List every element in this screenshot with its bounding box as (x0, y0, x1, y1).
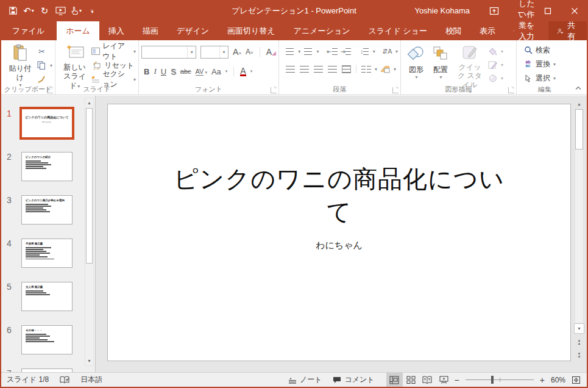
start-slideshow-button[interactable] (54, 4, 67, 18)
decrease-indent-button[interactable]: ⇤ (326, 46, 338, 57)
shape-effects-button[interactable]: ▾ (487, 73, 503, 84)
copy-button[interactable]: ▾ (37, 60, 52, 71)
bold-button[interactable]: B (144, 67, 149, 76)
normal-view-button[interactable] (386, 373, 403, 387)
next-slide-button[interactable]: ▼▼ (575, 351, 584, 361)
distribute-text-button[interactable] (340, 63, 352, 74)
touch-mouse-mode-button[interactable]: ▾ (69, 4, 83, 18)
cut-button[interactable]: ✂ (37, 46, 52, 57)
tab-animations[interactable]: アニメーション (285, 21, 360, 40)
thumbnail-scrollbar-thumb[interactable] (86, 108, 93, 264)
close-button[interactable] (561, 0, 588, 21)
convert-smartart-button[interactable] (379, 63, 391, 74)
slideshow-view-button[interactable] (436, 373, 452, 387)
tab-file[interactable]: ファイル (0, 21, 57, 40)
character-spacing-button[interactable]: AV▾ (196, 68, 207, 76)
format-painter-button[interactable] (37, 74, 52, 85)
thumbnail-scrollbar[interactable]: ▲ ▼ (85, 98, 94, 366)
slide-sorter-view-button[interactable] (403, 373, 419, 387)
zoom-level[interactable]: 60% (547, 373, 569, 387)
editor-scrollbar-thumb[interactable] (575, 109, 583, 149)
undo-button[interactable]: ↶▾ (22, 4, 35, 18)
tab-review[interactable]: 校閲 (436, 21, 470, 40)
strikethrough-button[interactable]: abc (180, 68, 191, 75)
replace-button[interactable]: abac 置換 ▾ (523, 59, 570, 70)
proofing-button[interactable] (54, 373, 75, 387)
slide-thumbnail-preview[interactable]: 大人用 商品案 (21, 282, 73, 311)
save-button[interactable] (6, 4, 19, 18)
font-name-combobox[interactable]: ▾ (141, 46, 196, 59)
drawing-dialog-launcher[interactable] (508, 87, 514, 93)
comments-button[interactable]: コメント (327, 373, 380, 387)
undo-dropdown-icon[interactable]: ▾ (32, 8, 34, 13)
find-button[interactable]: 検索 (523, 45, 570, 56)
slide-thumbnail-2[interactable]: 2ピンクのワニの紹介 (1, 152, 95, 181)
zoom-in-button[interactable]: + (537, 375, 547, 385)
underline-button[interactable]: U (161, 67, 166, 76)
shrink-font-button[interactable]: A˅ (246, 48, 253, 56)
align-left-button[interactable] (284, 63, 296, 74)
zoom-slider[interactable] (466, 379, 534, 380)
slide-counter[interactable]: スライド 1/8 (1, 373, 54, 387)
language-status[interactable]: 日本語 (75, 373, 108, 387)
shape-fill-button[interactable]: ▾ (487, 46, 503, 57)
new-slide-button[interactable]: 新しい スライド▾ (58, 42, 91, 85)
shape-outline-button[interactable]: ▾ (487, 59, 503, 70)
layout-button[interactable]: レイアウト▾ (91, 46, 136, 57)
notes-button[interactable]: ノート (283, 373, 328, 387)
share-button[interactable]: 共有 (548, 21, 587, 40)
slide-thumbnail-1[interactable]: 1ピンクのワニの商品化についてわにちゃん (1, 109, 95, 138)
zoom-slider-thumb[interactable] (491, 376, 494, 384)
tab-insert[interactable]: 挿入 (99, 21, 133, 40)
fit-to-window-button[interactable] (569, 373, 587, 387)
tab-view[interactable]: 表示 (470, 21, 505, 40)
slide-thumbnail-preview[interactable]: 子供用 商品案 (21, 239, 73, 268)
tab-draw[interactable]: 描画 (133, 21, 168, 40)
grow-font-button[interactable]: A˄ (233, 47, 241, 57)
tab-slideshow[interactable]: スライド ショー (359, 21, 436, 40)
font-size-combobox[interactable]: ▾ (200, 46, 228, 59)
align-right-button[interactable] (312, 63, 324, 74)
redo-button[interactable]: ↻ (38, 4, 51, 18)
clear-formatting-button[interactable]: A◢ (266, 47, 276, 57)
slide-canvas[interactable]: ピンクのワニの商品化について わにちゃん (107, 104, 571, 361)
editor-scroll-down-icon[interactable]: ▼ (574, 323, 584, 334)
numbering-button[interactable] (302, 46, 314, 57)
section-button[interactable]: セクション▾ (91, 74, 136, 85)
previous-slide-button[interactable]: ▲▲ (575, 337, 584, 347)
signed-in-user[interactable]: Yoshie Kohama (414, 6, 470, 15)
bullets-button[interactable] (284, 46, 296, 57)
text-shadow-button[interactable]: S (171, 67, 176, 76)
slide-thumbnail-preview[interactable]: その他・・・ (21, 325, 73, 354)
tab-design[interactable]: デザイン (168, 21, 218, 40)
justify-button[interactable] (326, 63, 338, 74)
select-button[interactable]: 選択 ▾ (523, 73, 570, 84)
tell-me-box[interactable]: 実行したい作業を入力してください (505, 21, 548, 40)
tab-home[interactable]: ホーム (57, 21, 99, 40)
editor-scroll-up-icon[interactable]: ▲ (575, 99, 584, 109)
touch-mode-dropdown-icon[interactable]: ▾ (79, 8, 82, 13)
slide-thumbnail-preview[interactable]: ピンクのワニの商品化についてわにちゃん (21, 109, 73, 138)
font-dialog-launcher[interactable] (271, 87, 277, 93)
slide-thumbnail-preview[interactable]: ピンクのワニの紹介 (21, 152, 73, 181)
italic-button[interactable]: I (154, 66, 156, 76)
shapes-button[interactable]: 図形 ▾ (403, 42, 429, 85)
zoom-out-button[interactable]: − (452, 375, 462, 385)
arrange-button[interactable]: 配置 ▾ (429, 42, 452, 85)
change-case-button[interactable]: Aa (211, 67, 221, 76)
slide-thumbnail-4[interactable]: 4子供用 商品案 (1, 239, 95, 268)
editor-scrollbar[interactable]: ▲ ▼ ▲▲ ▼▼ (575, 99, 584, 361)
paste-button[interactable]: 貼り付け ▾ (4, 42, 37, 85)
clipboard-dialog-launcher[interactable] (47, 87, 53, 93)
reading-view-button[interactable] (419, 373, 436, 387)
thumbnail-scroll-down-icon[interactable]: ▼ (85, 356, 93, 365)
quick-styles-button[interactable]: クイック スタイル ▾ (452, 42, 487, 85)
slide-thumbnail-6[interactable]: 6その他・・・ (1, 325, 95, 354)
slide-thumbnail-5[interactable]: 5大人用 商品案 (1, 282, 95, 311)
slide-thumbnail-preview[interactable]: ピンクのワニ商品が売れる理由 (21, 195, 73, 225)
font-color-button[interactable]: A (240, 67, 246, 76)
align-center-button[interactable] (298, 63, 310, 74)
line-spacing-button[interactable]: ↕ (359, 46, 370, 57)
columns-button[interactable] (360, 63, 372, 74)
slide-title-text[interactable]: ピンクのワニの商品化について (169, 162, 510, 228)
